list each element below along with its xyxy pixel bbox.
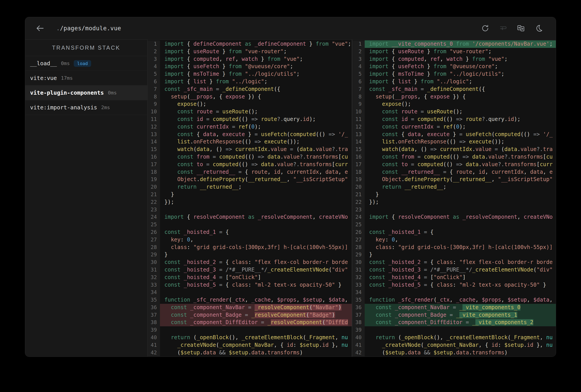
stack-item-time: 0ms (61, 60, 70, 66)
line-number: 20 (148, 183, 160, 191)
code-text: const _hoisted_1 = { (365, 228, 556, 236)
code-text: const id = computed(() => route?.query.i… (365, 116, 556, 123)
code-line: 29} (352, 251, 556, 258)
line-number: 9 (352, 100, 365, 108)
back-button[interactable] (35, 24, 45, 33)
line-number: 21 (352, 191, 365, 198)
code-line: 5import { msToTime } from "../logic/util… (148, 70, 352, 78)
line-number: 21 (148, 191, 160, 198)
line-number: 41 (352, 342, 365, 349)
code-text: watch(data, () => currentIdx.value = (da… (365, 146, 556, 153)
code-line: 28 class: "grid grid-cols-[300px,3fr] h-… (352, 244, 556, 251)
line-number: 6 (352, 78, 365, 86)
code-line: 23 (148, 206, 352, 214)
stack-item-vite-plugin-components[interactable]: vite-plugin-components0ms (25, 86, 147, 100)
code-text: function _sfc_render(_ctx, _cache, $prop… (365, 296, 556, 304)
code-line: 34 (148, 289, 352, 296)
code-line: 3import { computed, ref, watch } from "v… (148, 56, 352, 63)
line-number: 42 (352, 349, 365, 356)
code-line: 33const _hoisted_5 = { class: "ml-2 text… (352, 281, 556, 289)
code-line: 4import { useFetch } from "@vueuse/core"… (352, 63, 556, 70)
code-text: function _sfc_render(_ctx, _cache, $prop… (160, 296, 352, 304)
code-line: 32const _hoisted_4 = ["onClick"] (352, 274, 556, 281)
code-text: class: "grid grid-cols-[300px,3fr] h-[ca… (365, 244, 556, 251)
code-line: 6import { list } from "../logic"; (352, 78, 556, 86)
code-text: watch(data, () => currentIdx.value = (da… (160, 146, 352, 153)
code-line: 11 const id = computed(() => route?.quer… (148, 116, 352, 123)
line-number: 12 (352, 123, 365, 131)
code-line: 26const _hoisted_1 = { (352, 228, 556, 236)
code-text: const to = computed(() => data.value?.tr… (160, 161, 352, 168)
line-number: 38 (352, 319, 365, 326)
line-number: 40 (352, 334, 365, 342)
code-text (160, 221, 352, 228)
code-text: key: 0, (365, 236, 556, 244)
line-number: 3 (148, 56, 160, 63)
code-text (365, 206, 556, 214)
line-number: 11 (352, 116, 365, 123)
line-number: 39 (352, 326, 365, 334)
line-number: 29 (352, 251, 365, 258)
code-panel-before[interactable]: 1import { defineComponent as _defineComp… (148, 40, 352, 357)
code-line: 9 expose(); (148, 100, 352, 108)
line-number: 34 (148, 289, 160, 296)
side-by-side-toggle-button[interactable] (516, 24, 525, 32)
refresh-button[interactable] (481, 24, 490, 32)
line-number: 15 (352, 146, 365, 153)
code-line: 17 const to = computed(() => data.value?… (352, 161, 556, 168)
code-line: 29} (148, 251, 352, 258)
code-line: 39 (352, 326, 556, 334)
line-number: 1 (148, 40, 160, 48)
stack-item-vite:vue[interactable]: vite:vue17ms (25, 71, 147, 86)
code-text: const from = computed(() => data.value?.… (365, 153, 556, 161)
code-text: const _component_DiffEditor = _resolveCo… (160, 319, 352, 326)
line-number: 2 (148, 48, 160, 56)
code-line: 1import { defineComponent as _defineComp… (148, 40, 352, 48)
code-text: const route = useRoute(); (365, 108, 556, 116)
code-line: 16 const from = computed(() => data.valu… (148, 153, 352, 161)
line-number: 7 (352, 86, 365, 93)
stack-item-__load__[interactable]: __load__0msload (25, 56, 147, 71)
code-line: 7const _sfc_main = _defineComponent({ (352, 86, 556, 93)
line-number: 34 (352, 289, 365, 296)
code-line: 30const _hoisted_2 = { class: "flex flex… (148, 258, 352, 266)
code-text: const _hoisted_3 = /*#__PURE__*/_createE… (365, 266, 556, 274)
code-line: 20 return __returned__; (148, 183, 352, 191)
line-number: 18 (148, 168, 160, 176)
line-number: 22 (148, 198, 160, 206)
code-line: 19 Object.defineProperty(__returned__, "… (148, 176, 352, 183)
line-number: 20 (352, 183, 365, 191)
code-text: _createVNode(_component_NavBar, { id: $s… (160, 342, 352, 349)
dark-mode-toggle-button[interactable] (534, 24, 543, 32)
code-text: } (365, 191, 556, 198)
side-by-side-diff-icon (516, 24, 525, 32)
line-number: 23 (352, 206, 365, 214)
code-line: 16 const from = computed(() => data.valu… (352, 153, 556, 161)
code-line: 10 const route = useRoute(); (352, 108, 556, 116)
line-number: 14 (148, 138, 160, 146)
code-text: list.onFetchResponse(() => execute()); (365, 138, 556, 146)
line-number: 13 (148, 131, 160, 138)
dark-mode-toggle-icon (535, 24, 543, 32)
line-number: 12 (148, 123, 160, 131)
line-number: 26 (352, 228, 365, 236)
line-number: 17 (148, 161, 160, 168)
line-number: 4 (148, 63, 160, 70)
code-line: 17 const to = computed(() => data.value?… (148, 161, 352, 168)
line-number: 27 (148, 236, 160, 244)
code-panel-after[interactable]: 1import __vite_components_0 from '/compo… (352, 40, 556, 357)
stack-item-vite:import-analysis[interactable]: vite:import-analysis2ms (25, 100, 147, 115)
line-number: 19 (352, 176, 365, 183)
module-path: ./pages/module.vue (56, 25, 121, 32)
line-number: 24 (148, 213, 160, 221)
line-number: 5 (148, 70, 160, 78)
code-line: 6import { list } from "../logic"; (148, 78, 352, 86)
line-wrap-button[interactable] (499, 24, 507, 32)
code-text: const _sfc_main = _defineComponent({ (160, 86, 352, 93)
line-number: 33 (148, 281, 160, 289)
code-line: 13 const { data, execute } = useFetch(co… (148, 131, 352, 138)
code-text: } (160, 251, 352, 258)
arrow-left-icon (36, 24, 44, 33)
code-line: 36 const _component_NavBar = _resolveCom… (148, 304, 352, 311)
line-number: 39 (148, 326, 160, 334)
